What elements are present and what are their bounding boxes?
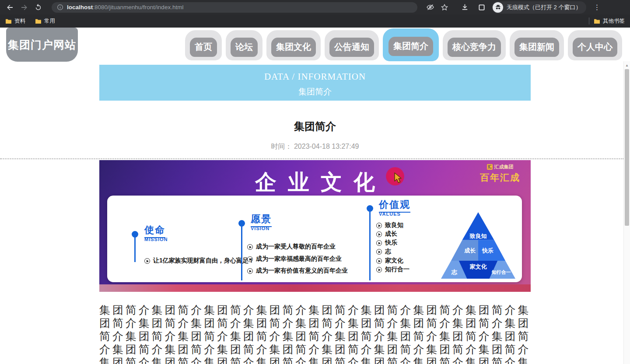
- info-icon[interactable]: [57, 4, 63, 10]
- tab-core-competitiveness[interactable]: 核心竞争力: [443, 30, 506, 60]
- mouse-cursor-icon: [393, 172, 404, 185]
- tab-group-news[interactable]: 集团新闻: [510, 30, 564, 60]
- hero-title: 企业文化: [99, 168, 531, 197]
- tab-home[interactable]: 首页: [185, 30, 222, 60]
- pyramid-label: 致良知: [470, 232, 487, 240]
- play-circle-icon: [376, 258, 382, 264]
- hero-culture-image: 企业文化 汇 汇成集团 百年汇成 使命 MISSION 让1亿家族实现财富自由，…: [99, 160, 531, 292]
- tab-announcements[interactable]: 公告通知: [325, 30, 379, 60]
- brand-name: 汇成集团: [494, 164, 514, 170]
- incognito-badge: 无痕模式（已打开 2 个窗口）: [492, 1, 586, 14]
- browser-chrome: localhost:8080/jituanmenhu/front/index.h…: [0, 0, 630, 28]
- tab-label: 核心竞争力: [448, 38, 501, 57]
- play-circle-icon: [144, 258, 150, 264]
- brand-logo-icon: 汇: [487, 164, 493, 170]
- download-icon[interactable]: [461, 3, 469, 11]
- pyramid-label: 成长: [464, 247, 476, 255]
- menu-dots-icon[interactable]: ⋮: [593, 3, 600, 11]
- bookmarks-bar: 资料 常用 其他书签: [0, 14, 630, 28]
- tab-label: 首页: [190, 38, 217, 57]
- other-bookmarks[interactable]: 其他书签: [594, 18, 625, 25]
- values-item: 家文化: [376, 257, 403, 265]
- mission-dot: [132, 231, 138, 238]
- time-value: 2023-04-18 13:27:49: [294, 143, 359, 150]
- pyramid-label: 知行合一: [492, 269, 511, 275]
- other-bookmarks-label: 其他书签: [603, 18, 625, 25]
- side-panel-icon[interactable]: [478, 4, 486, 11]
- bookmark-label: 资料: [14, 18, 25, 25]
- tab-label: 集团简介: [388, 37, 433, 56]
- vision-dot: [238, 220, 245, 227]
- vision-item: 成为一家有价值有意义的百年企业: [247, 267, 348, 275]
- bookmark-folder-changyong[interactable]: 常用: [35, 18, 55, 25]
- vision-line: [241, 226, 242, 280]
- values-item: 成长: [376, 230, 397, 238]
- play-circle-icon: [376, 249, 382, 255]
- browser-toolbar: localhost:8080/jituanmenhu/front/index.h…: [0, 0, 630, 14]
- article-timestamp: 时间： 2023-04-18 13:27:49: [0, 142, 630, 151]
- play-circle-icon: [247, 256, 253, 262]
- url-host: localhost: [67, 4, 93, 10]
- values-item: 快乐: [376, 239, 397, 247]
- hero-brand: 汇 汇成集团 百年汇成: [480, 164, 520, 184]
- section-banner: DATA / INFORMATION 集团简介: [99, 65, 531, 101]
- tab-label: 集团新闻: [514, 38, 559, 57]
- back-icon[interactable]: [4, 2, 16, 13]
- play-circle-icon: [376, 240, 382, 246]
- values-subtitle: VALUES: [379, 211, 401, 217]
- section-banner-title: 集团简介: [99, 86, 531, 98]
- tab-label: 公告通知: [329, 38, 374, 57]
- reload-icon[interactable]: [32, 2, 44, 13]
- bookmark-label: 常用: [44, 18, 55, 25]
- hero-panel: 使命 MISSION 让1亿家族实现财富自由，身心富足！ 愿景 VISION 成…: [107, 196, 522, 282]
- tab-label: 论坛: [231, 38, 258, 57]
- scrollbar[interactable]: ▲: [623, 61, 630, 364]
- values-line: [369, 211, 371, 280]
- section-banner-eyebrow: DATA / INFORMATION: [99, 71, 531, 82]
- folder-icon: [35, 18, 42, 24]
- bookmark-star-icon[interactable]: [441, 4, 448, 11]
- url-bar[interactable]: localhost:8080/jituanmenhu/front/index.h…: [52, 2, 417, 13]
- mission-item: 让1亿家族实现财富自由，身心富足！: [144, 257, 255, 265]
- forward-icon[interactable]: [18, 2, 30, 13]
- values-dot: [367, 205, 373, 212]
- url-text[interactable]: localhost:8080/jituanmenhu/front/index.h…: [67, 4, 183, 10]
- incognito-label: 无痕模式（已打开 2 个窗口）: [507, 4, 581, 11]
- play-circle-icon: [376, 223, 382, 228]
- values-item: 知行合一: [376, 266, 410, 273]
- bookmark-folder-ziliao[interactable]: 资料: [5, 18, 25, 25]
- values-item: 致良知: [376, 221, 403, 229]
- pyramid-label: 家文化: [470, 263, 487, 271]
- vision-title: 愿景: [251, 213, 272, 227]
- brand-slogan: 百年汇成: [480, 172, 520, 184]
- scrollbar-up-icon[interactable]: ▲: [624, 61, 630, 67]
- hero-skyline-strip: [99, 284, 531, 292]
- vision-item: 成为一家受人尊敬的百年企业: [247, 243, 336, 251]
- play-circle-icon: [247, 268, 253, 274]
- tab-group-culture[interactable]: 集团文化: [266, 30, 321, 60]
- values-pyramid: 致良知 成长 快乐 志 家文化 知行合一: [441, 212, 515, 279]
- pyramid-label: 快乐: [482, 247, 494, 255]
- site-header: 集团门户网站 首页 论坛 集团文化 公告通知 集团简介 核心竞争力 集团新闻 个…: [0, 28, 630, 62]
- values-item: 志: [376, 248, 391, 256]
- main-nav: 首页 论坛 集团文化 公告通知 集团简介 核心竞争力 集团新闻 个人中心: [185, 28, 622, 61]
- tab-label: 集团文化: [271, 38, 316, 57]
- tab-personal-center[interactable]: 个人中心: [568, 30, 622, 60]
- tracking-off-icon[interactable]: [426, 3, 434, 11]
- scrollbar-thumb[interactable]: [625, 69, 629, 226]
- mission-line: [134, 237, 136, 262]
- values-title: 价值观: [379, 198, 410, 213]
- tab-forum[interactable]: 论坛: [226, 30, 262, 60]
- bookmarks-separator: [589, 18, 589, 24]
- time-label: 时间：: [271, 143, 292, 150]
- tab-group-intro[interactable]: 集团简介: [383, 28, 439, 61]
- play-circle-icon: [376, 267, 382, 273]
- url-path: :8080/jituanmenhu/front/index.html: [93, 4, 183, 10]
- page-content: 集团门户网站 首页 论坛 集团文化 公告通知 集团简介 核心竞争力 集团新闻 个…: [0, 28, 630, 364]
- play-circle-icon: [247, 244, 253, 250]
- article-title: 集团简介: [0, 119, 630, 133]
- folder-icon: [594, 18, 600, 24]
- tab-label: 个人中心: [573, 38, 617, 57]
- site-logo: 集团门户网站: [6, 28, 78, 62]
- folder-icon: [5, 18, 12, 24]
